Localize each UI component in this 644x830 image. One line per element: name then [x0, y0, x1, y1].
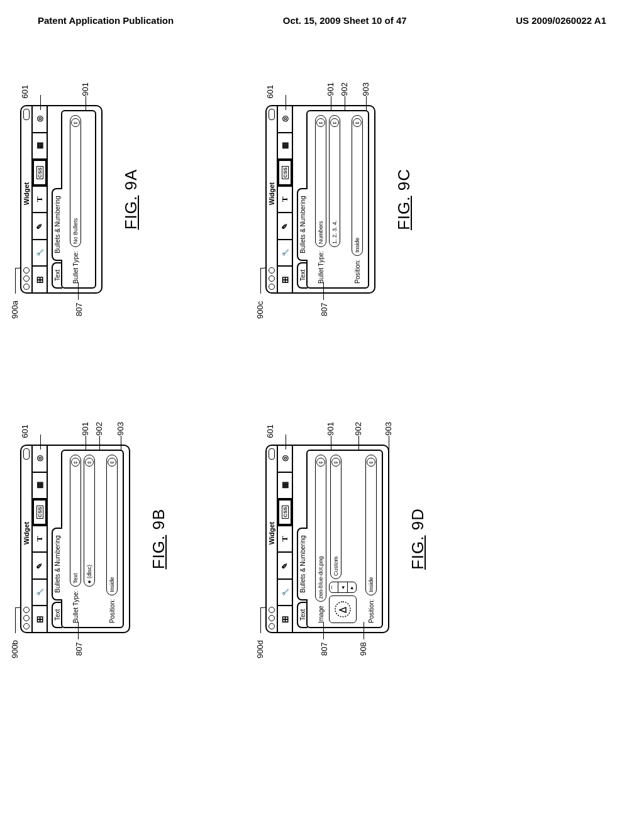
header-left: Patent Application Publication	[38, 15, 174, 26]
position-label: Position:	[368, 599, 375, 623]
toolbar-pencil-icon[interactable]	[33, 551, 47, 578]
ref-807: 807	[74, 642, 84, 656]
toolbar-text-icon[interactable]	[33, 525, 47, 552]
position-combo[interactable]: Inside ⇕	[106, 455, 118, 595]
image-name-combo[interactable]: zen-blue-dot.png ⇕	[315, 455, 326, 602]
toolbar-metrics-icon[interactable]	[278, 265, 292, 292]
zoom-icon[interactable]	[269, 267, 275, 274]
dropdown-arrow-icon: ⇕	[330, 118, 339, 127]
next-icon[interactable]: ▸	[347, 582, 356, 592]
figure-label-9d: FIG. 9D	[408, 445, 428, 633]
bullet-type-value: Text	[72, 573, 79, 584]
pane-bullets: Bullet Type: Numbers ⇕ Bullet Type: 1. 2…	[306, 110, 369, 289]
toolbar-metrics-icon[interactable]	[278, 605, 292, 632]
toolbar-css-icon[interactable]: CSS	[278, 158, 292, 185]
toolbar-text-icon[interactable]	[278, 185, 292, 213]
dropdown-arrow-icon: ⇕	[85, 458, 94, 467]
toolbar-pencil-icon[interactable]	[33, 212, 47, 239]
dropdown-arrow-icon: ⇕	[108, 458, 116, 467]
toolbar-css-icon[interactable]: CSS	[33, 498, 47, 525]
bullet-type-value: No Bullets	[72, 218, 79, 244]
toolbar-table-icon[interactable]	[278, 132, 292, 159]
close-icon[interactable]	[23, 284, 30, 290]
bullet-type-label: Bullet Type:	[72, 590, 79, 623]
toolbar-css-icon[interactable]: CSS	[33, 158, 47, 185]
position-value: Inside	[109, 577, 115, 592]
toolbar-wrench-icon[interactable]	[33, 578, 47, 606]
bullet-type-combo[interactable]: Text ⇕	[70, 455, 81, 587]
prev-icon[interactable]: ◂	[338, 582, 347, 592]
zoom-icon[interactable]	[23, 607, 30, 613]
inspector-toolbar: CSS	[278, 106, 293, 292]
ref-901: 901	[326, 422, 335, 436]
minimize-icon[interactable]	[23, 275, 30, 282]
toolbar-table-icon[interactable]	[33, 472, 47, 499]
zoom-icon[interactable]	[269, 607, 275, 613]
figure-label-9a: FIG. FIG. 9A9A	[121, 105, 141, 294]
ref-902: 902	[340, 82, 349, 96]
minimize-icon[interactable]	[23, 615, 30, 621]
position-value: Inside	[354, 238, 360, 253]
position-label: Position:	[354, 260, 361, 284]
toolbar-css-icon[interactable]: CSS	[278, 498, 292, 525]
toolbar-table-icon[interactable]	[33, 132, 47, 159]
toolbar-text-icon[interactable]	[278, 525, 292, 552]
ref-903: 903	[361, 82, 370, 96]
image-stepper[interactable]: ⎺ ◂ ▸	[329, 582, 357, 593]
dropdown-arrow-icon: ⇕	[316, 118, 325, 127]
position-combo[interactable]: Inside ⇕	[352, 115, 363, 256]
inspector-toolbar: CSS	[33, 106, 48, 292]
widget-window-b: Widget CSS 601 Text Bullets & Numbering	[20, 445, 130, 633]
tab-bullets[interactable]: Bullets & Numbering	[52, 528, 62, 600]
toolbar-target-icon[interactable]	[33, 106, 47, 132]
titlebar: Widget	[267, 106, 278, 292]
toolbar-metrics-icon[interactable]	[33, 605, 47, 632]
toolbar-target-icon[interactable]	[278, 106, 292, 132]
image-name-value: zen-blue-dot.png	[318, 556, 324, 599]
tab-bullets[interactable]: Bullets & Numbering	[297, 189, 308, 261]
window-title: Widget	[268, 462, 275, 605]
dropdown-arrow-icon: ⇕	[316, 458, 325, 467]
toolbar-pencil-icon[interactable]	[278, 212, 292, 239]
bullet-type-label: Bullet Type:	[72, 251, 79, 284]
position-combo[interactable]: Inside ⇕	[365, 455, 377, 595]
toolbar-target-icon[interactable]	[33, 446, 47, 472]
close-icon[interactable]	[23, 623, 30, 629]
bullet-style-combo[interactable]: 1. 2. 3. 4. ⇕	[329, 115, 340, 247]
header-center: Oct. 15, 2009 Sheet 10 of 47	[283, 15, 407, 26]
zoom-icon[interactable]	[23, 267, 30, 274]
widget-window-a: Widget CSS 601 Text Bullets & Numbering	[20, 105, 103, 294]
titlebar: Widget	[21, 106, 33, 292]
image-well[interactable]	[329, 595, 357, 623]
toolbar-wrench-icon[interactable]	[33, 239, 47, 266]
close-icon[interactable]	[269, 623, 275, 629]
dropdown-arrow-icon: ⇕	[367, 458, 375, 467]
widget-window-c: Widget CSS 601 Text Bullets & Numbering	[265, 105, 375, 294]
ref-807: 807	[319, 302, 329, 316]
bullet-style-combo[interactable]: Custom ⇕	[330, 455, 341, 579]
ref-900c: 900c	[255, 301, 265, 319]
tab-bullets[interactable]: Bullets & Numbering	[297, 528, 308, 600]
toolbar-table-icon[interactable]	[278, 472, 292, 499]
minimize-icon[interactable]	[269, 275, 275, 282]
minimize-icon[interactable]	[269, 615, 275, 621]
dropdown-arrow-icon: ⇕	[331, 458, 340, 467]
toolbar-metrics-icon[interactable]	[33, 265, 47, 292]
bullet-type-combo[interactable]: No Bullets ⇕	[70, 115, 81, 247]
bullet-type-combo[interactable]: Numbers ⇕	[315, 115, 326, 247]
ref-601: 601	[265, 424, 275, 438]
figure-9d: 900d Widget CSS	[265, 445, 592, 633]
toolbar-text-icon[interactable]	[33, 185, 47, 213]
titlebar-pill-icon	[23, 109, 30, 120]
toolbar-wrench-icon[interactable]	[278, 578, 292, 606]
tab-bullets[interactable]: Bullets & Numbering	[52, 189, 62, 261]
ref-901: 901	[326, 82, 335, 96]
bullet-style-combo[interactable]: ● (disc) ⇕	[84, 455, 95, 587]
toolbar-wrench-icon[interactable]	[278, 239, 292, 266]
toolbar-pencil-icon[interactable]	[278, 551, 292, 578]
bullet-style-value: ● (disc)	[86, 565, 92, 584]
toolbar-target-icon[interactable]	[278, 446, 292, 472]
bullet-image-icon	[333, 600, 352, 619]
ref-900b: 900b	[10, 640, 19, 658]
close-icon[interactable]	[269, 284, 275, 290]
